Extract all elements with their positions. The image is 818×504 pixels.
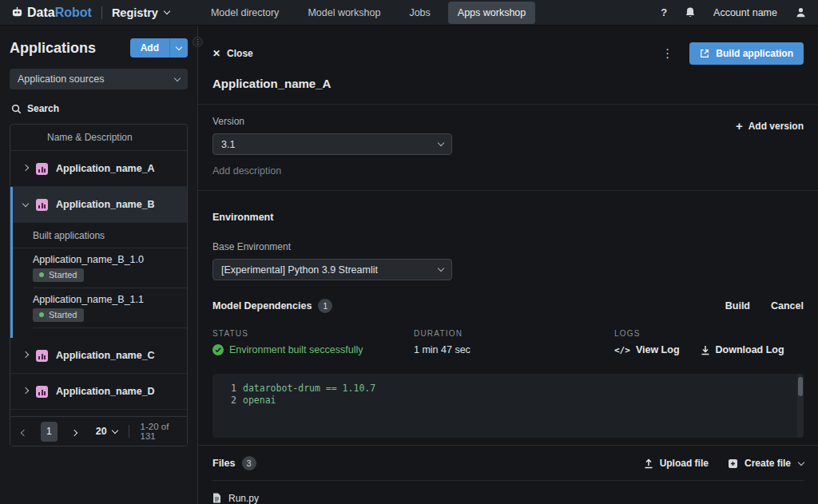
upload-file-button[interactable]: Upload file (644, 458, 709, 469)
page-size-value: 20 (96, 426, 107, 437)
app-name: Application_name_D (56, 386, 155, 397)
upload-icon (644, 458, 653, 469)
environment-section-title: Environment (212, 212, 804, 223)
datarobot-logo[interactable]: DataRobot (11, 6, 92, 20)
app-group-b-selected: Application_name_B Built applications Ap… (10, 187, 187, 338)
model-dependencies-label: Model Dependencies (212, 300, 312, 312)
nav-item-model-workshop[interactable]: Model workshop (296, 2, 391, 23)
chevron-down-icon (176, 43, 182, 50)
application-sources-dropdown[interactable]: Application sources (10, 69, 188, 89)
line-number: 2 (212, 395, 236, 407)
app-row-e[interactable]: Application_name_E (10, 410, 187, 416)
upload-file-label: Upload file (660, 458, 709, 469)
close-label: Close (227, 48, 253, 59)
chevron-right-icon (22, 351, 29, 357)
nav-item-model-directory[interactable]: Model directory (200, 2, 290, 23)
code-line: 2 openai (212, 395, 804, 407)
application-sources-value: Application sources (18, 73, 104, 85)
app-row-a[interactable]: Application_name_A (10, 151, 187, 187)
version-dropdown[interactable]: 3.1 (212, 133, 452, 155)
dependencies-code-editor[interactable]: 1 datarobot-drum == 1.10.7 2 openai (212, 374, 804, 438)
app-row-b[interactable]: Application_name_B (13, 187, 187, 223)
add-version-button[interactable]: + Add version (736, 121, 804, 132)
logs-column-label: LOGS (614, 329, 804, 338)
brand-data: Data (27, 6, 55, 19)
download-log-button[interactable]: Download Log (701, 344, 784, 355)
build-button[interactable]: Build (725, 300, 750, 312)
view-log-label: View Log (636, 344, 680, 355)
create-file-icon (728, 458, 738, 469)
divider (212, 480, 804, 481)
chevron-down-icon (174, 74, 181, 81)
user-icon[interactable] (795, 6, 807, 18)
pagination-bar: 1 20 1-20 of 131 (10, 416, 187, 446)
add-button-dropdown[interactable] (169, 38, 188, 58)
chevron-down-icon (164, 8, 170, 14)
build-application-button[interactable]: Build application (689, 42, 804, 65)
cancel-button[interactable]: Cancel (771, 300, 804, 312)
application-icon (36, 386, 48, 398)
app-name: Application_name_C (56, 350, 155, 361)
search-toggle[interactable]: Search (10, 103, 188, 114)
add-split-button: Add (130, 38, 188, 58)
download-icon (701, 345, 710, 355)
scrollbar-track[interactable] (797, 374, 804, 438)
status-text: Started (49, 270, 77, 280)
app-row-d[interactable]: Application_name_D (10, 374, 187, 410)
files-section-label: Files (212, 458, 236, 469)
robot-logo-icon (11, 6, 23, 18)
panel-resize-handle[interactable]: ⋮ (193, 37, 203, 47)
nav-item-jobs[interactable]: Jobs (398, 2, 441, 23)
status-dot-icon (39, 272, 44, 277)
top-nav: DataRobot Registry Model directory Model… (0, 0, 818, 26)
current-page-button[interactable]: 1 (41, 422, 58, 442)
application-icon (36, 199, 48, 211)
status-badge: Started (33, 308, 84, 322)
app-name: Application_name_A (56, 163, 155, 174)
built-applications-header: Built applications (13, 223, 187, 248)
base-environment-label: Base Environment (212, 241, 804, 252)
divider (129, 425, 129, 438)
built-app-name: Application_name_B_1.0 (33, 254, 187, 265)
code-icon: </> (614, 345, 630, 355)
add-description-field[interactable]: Add description (212, 165, 804, 177)
built-app-row[interactable]: Application_name_B_1.0 Started (13, 248, 187, 288)
close-button[interactable]: ✕ Close (212, 48, 253, 59)
applications-list: Name & Description Application_name_A Ap… (10, 124, 188, 446)
divider (198, 190, 818, 191)
product-switcher[interactable]: Registry (112, 6, 169, 19)
base-environment-dropdown[interactable]: [Experimental] Python 3.9 Streamlit (212, 259, 452, 280)
prev-page-button[interactable] (18, 421, 30, 442)
list-column-header: Name & Description (10, 125, 187, 151)
status-message: Environment built seccessfully (229, 344, 363, 355)
add-button[interactable]: Add (130, 38, 169, 58)
nav-links: Model directory Model workshop Jobs Apps… (200, 2, 535, 24)
duration-value: 1 min 47 sec (414, 344, 614, 355)
chevron-down-icon (111, 427, 117, 433)
bell-icon[interactable] (685, 6, 696, 18)
add-version-label: Add version (749, 121, 804, 132)
built-app-row[interactable]: Application_name_B_1.1 Started (13, 288, 187, 327)
app-row-c[interactable]: Application_name_C (10, 338, 187, 374)
nav-item-apps-workshop[interactable]: Apps workshop (448, 2, 535, 24)
sidebar-title: Applications (10, 40, 96, 57)
built-app-name: Application_name_B_1.1 (33, 294, 187, 305)
version-label: Version (212, 116, 452, 127)
app-name: Application_name_B (56, 199, 155, 210)
file-row[interactable]: Run.py (212, 488, 804, 504)
scrollbar-thumb[interactable] (798, 377, 803, 396)
code-line: 1 datarobot-drum == 1.10.7 (212, 383, 804, 395)
page-size-dropdown[interactable]: 20 (96, 426, 117, 437)
dependencies-count-badge: 1 (318, 299, 332, 313)
chevron-down-icon (798, 458, 804, 465)
account-name[interactable]: Account name (713, 7, 777, 18)
create-file-button[interactable]: Create file (728, 458, 804, 469)
code-text: openai (243, 395, 276, 407)
help-icon[interactable]: ? (661, 6, 667, 18)
kebab-menu-icon[interactable]: ⋮ (661, 46, 673, 61)
page-title: Application_name_A (212, 77, 804, 90)
next-page-button[interactable] (69, 421, 80, 442)
download-log-label: Download Log (716, 344, 784, 355)
view-log-button[interactable]: </> View Log (614, 344, 680, 355)
search-icon (11, 104, 22, 114)
